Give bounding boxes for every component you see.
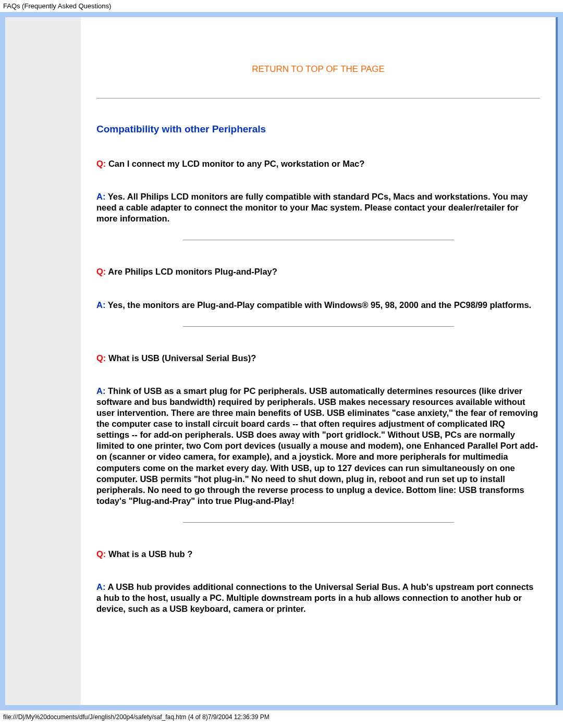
faq-answer: A: Yes. All Philips LCD monitors are ful… (96, 191, 540, 224)
faq-item: Q: What is USB (Universal Serial Bus)? A… (96, 353, 540, 507)
section-divider (96, 98, 540, 98)
faq-question: Q: What is USB (Universal Serial Bus)? (96, 353, 540, 364)
left-sidebar (5, 17, 81, 705)
content-area: RETURN TO TOP OF THE PAGE Compatibility … (81, 17, 556, 705)
faq-divider (183, 522, 454, 523)
outer-frame: RETURN TO TOP OF THE PAGE Compatibility … (0, 12, 563, 710)
answer-text: A USB hub provides additional connection… (96, 582, 534, 613)
faq-divider (183, 240, 454, 240)
a-prefix: A: (96, 192, 105, 201)
faq-divider (183, 326, 454, 327)
question-text: Can I connect my LCD monitor to any PC, … (106, 159, 364, 168)
a-prefix: A: (96, 300, 105, 310)
faq-item: Q: Can I connect my LCD monitor to any P… (96, 158, 540, 224)
answer-text: Yes, the monitors are Plug-and-Play comp… (105, 300, 531, 310)
faq-question: Q: What is a USB hub ? (96, 549, 540, 560)
faq-answer: A: A USB hub provides additional connect… (96, 582, 540, 614)
q-prefix: Q: (96, 549, 106, 559)
q-prefix: Q: (96, 159, 106, 168)
faq-question: Q: Are Philips LCD monitors Plug-and-Pla… (96, 266, 540, 277)
question-text: What is a USB hub ? (106, 549, 192, 559)
q-prefix: Q: (96, 267, 106, 276)
question-text: What is USB (Universal Serial Bus)? (106, 353, 256, 363)
footer-file-path: file:///D|/My%20documents/dfu/J/english/… (0, 710, 563, 724)
faq-answer: A: Yes, the monitors are Plug-and-Play c… (96, 300, 540, 311)
return-to-top-link[interactable]: RETURN TO TOP OF THE PAGE (96, 64, 540, 75)
answer-text: Yes. All Philips LCD monitors are fully … (96, 192, 528, 223)
main-panel: RETURN TO TOP OF THE PAGE Compatibility … (5, 17, 558, 705)
faq-item: Q: Are Philips LCD monitors Plug-and-Pla… (96, 266, 540, 310)
a-prefix: A: (96, 582, 105, 591)
section-title: Compatibility with other Peripherals (96, 124, 540, 135)
faq-question: Q: Can I connect my LCD monitor to any P… (96, 158, 540, 169)
a-prefix: A: (96, 386, 105, 396)
page-header-title: FAQs (Frequently Asked Questions) (0, 0, 563, 12)
faq-answer: A: Think of USB as a smart plug for PC p… (96, 386, 540, 507)
question-text: Are Philips LCD monitors Plug-and-Play? (106, 267, 277, 276)
q-prefix: Q: (96, 353, 106, 363)
answer-text: Think of USB as a smart plug for PC peri… (96, 386, 538, 505)
faq-item: Q: What is a USB hub ? A: A USB hub prov… (96, 549, 540, 614)
